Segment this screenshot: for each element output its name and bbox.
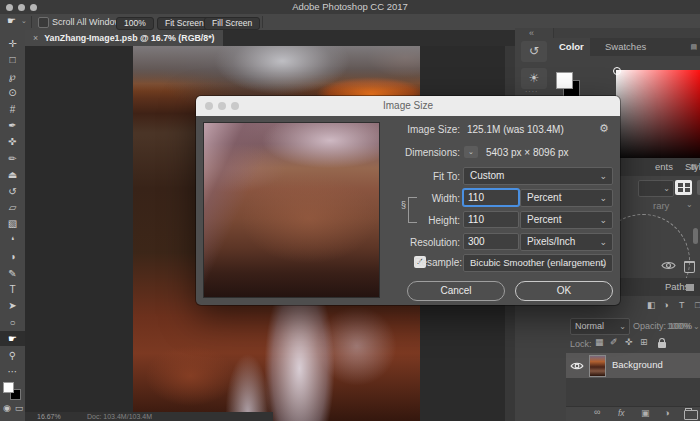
dimensions-chevron-icon[interactable]: ⌄ — [464, 146, 478, 158]
foreground-color-swatch[interactable] — [3, 382, 14, 393]
tool-dodge[interactable]: ◑ — [0, 249, 25, 264]
grid-view-icon[interactable] — [675, 180, 692, 195]
tool-crop[interactable]: # — [0, 102, 25, 117]
lock-option-icon-2[interactable]: ✜ — [625, 337, 633, 347]
layer-row-background[interactable]: Background — [566, 353, 700, 378]
collapse-panels-icon[interactable]: « — [529, 28, 534, 38]
chevron-down-icon[interactable]: ⌄ — [21, 17, 27, 25]
resolution-unit-value: Pixels/Inch — [527, 236, 575, 247]
library-dropdown-edge[interactable]: ⌄ — [638, 180, 674, 197]
adjustment-layer-icon[interactable]: ◑ — [664, 408, 669, 418]
lock-option-icon-3[interactable]: ⊞ — [640, 337, 648, 347]
resolution-unit-select[interactable]: Pixels/Inch ⌄ — [520, 233, 613, 251]
status-bar: 16.67% Doc: 103.4M/103.4M — [25, 412, 273, 421]
add-mask-icon[interactable]: ▣ — [641, 408, 650, 418]
image-size-dialog: Image Size Image Size: 125.1M (was 103.4… — [196, 96, 620, 305]
tool-gradient[interactable]: ▧ — [0, 216, 25, 231]
chevron-down-icon[interactable]: ⌄ — [693, 322, 700, 331]
status-doc-size[interactable]: Doc: 103.4M/103.4M — [87, 412, 152, 421]
tool-marquee[interactable]: □ — [0, 52, 25, 67]
fill-screen-button[interactable]: Fill Screen — [204, 17, 260, 30]
screen-mode-icon[interactable]: ▭ — [13, 402, 25, 414]
opacity-label: Opacity: — [633, 321, 666, 331]
new-group-icon[interactable] — [684, 410, 698, 420]
document-tab[interactable]: ×YanZhang-Image1.psb @ 16.7% (RGB/8*) — [25, 30, 223, 46]
dimensions-label: Dimensions: — [330, 147, 460, 158]
tool-hand[interactable]: ☛ — [0, 331, 25, 346]
tool-shape[interactable]: ○ — [0, 315, 25, 330]
opacity-field[interactable]: 100% — [667, 321, 690, 331]
tool-path-selection[interactable]: ➤ — [0, 298, 25, 313]
tool-more-tools[interactable]: ⋯ — [0, 364, 25, 379]
tool-zoom[interactable]: ⚲ — [0, 348, 25, 363]
delete-icon[interactable] — [684, 261, 695, 273]
lock-label: Lock: — [570, 339, 592, 349]
layer-visibility-eye-icon[interactable] — [570, 361, 584, 371]
width-label: Width: — [330, 193, 460, 204]
layer-filter-icon-3[interactable]: □ — [695, 300, 700, 310]
tool-move[interactable]: ✛ — [0, 36, 25, 51]
tab-swatches[interactable]: Swatches — [599, 38, 652, 56]
layer-filter-icon-2[interactable]: T — [679, 300, 685, 310]
height-label: Height: — [330, 215, 460, 226]
color-picker-ring[interactable] — [613, 67, 621, 75]
lock-option-icon-0[interactable]: ▦ — [595, 337, 604, 347]
tool-brush[interactable]: ✏ — [0, 151, 25, 166]
chevron-down-icon: ⌄ — [599, 168, 607, 184]
tool-eyedropper[interactable]: ✒ — [0, 118, 25, 133]
height-unit-select[interactable]: Percent ⌄ — [520, 211, 613, 229]
height-input[interactable]: 110 — [463, 211, 519, 228]
tool-pen[interactable]: ✎ — [0, 266, 25, 281]
tab-color[interactable]: Color — [553, 38, 590, 56]
tool-blur[interactable]: ❛ — [0, 233, 25, 248]
resample-select[interactable]: Bicubic Smoother (enlargement) ⌄ — [463, 254, 613, 272]
lock-option-icon-1[interactable]: ✐ — [610, 337, 618, 347]
chevron-down-icon[interactable]: ⌄ — [686, 200, 693, 209]
fit-to-label: Fit To: — [330, 171, 460, 182]
layers-bottom-bar: ∞ fx ▣ ◑ ⊞ — [566, 406, 700, 421]
close-tab-icon[interactable]: × — [33, 33, 38, 43]
zoom-100-button[interactable]: 100% — [116, 17, 154, 30]
tool-clone-stamp[interactable]: ⏏ — [0, 167, 25, 182]
height-unit-value: Percent — [527, 214, 561, 225]
width-unit-select[interactable]: Percent ⌄ — [520, 189, 613, 207]
blend-mode-select[interactable]: Normal ⌄ — [570, 318, 630, 335]
lock-all-icon[interactable] — [658, 342, 666, 348]
tool-type[interactable]: T — [0, 282, 25, 297]
blend-mode-value: Normal — [575, 321, 604, 331]
saturation-brightness-field[interactable] — [616, 70, 700, 162]
dialog-title-bar[interactable]: Image Size — [196, 96, 620, 116]
panel-menu-icon[interactable]: ▤ — [690, 163, 696, 171]
fit-to-select[interactable]: Custom ⌄ — [463, 167, 613, 185]
scroll-all-windows-checkbox[interactable] — [38, 17, 49, 28]
tool-history-brush[interactable]: ↺ — [0, 184, 25, 199]
chevron-down-icon: ⌄ — [599, 190, 607, 206]
quick-mask-icon[interactable]: ◉ — [1, 402, 13, 414]
layer-thumbnail[interactable] — [589, 355, 606, 377]
gear-icon[interactable]: ⚙ — [599, 122, 609, 135]
tool-eraser[interactable]: ▱ — [0, 200, 25, 215]
link-layers-icon[interactable]: ∞ — [594, 407, 600, 417]
tool-lasso[interactable]: ℘ — [0, 69, 25, 84]
chevron-down-icon: ⌄ — [599, 234, 607, 250]
image-size-label: Image Size: — [330, 124, 460, 135]
cancel-button[interactable]: Cancel — [407, 281, 505, 301]
status-zoom-level[interactable]: 16.67% — [37, 412, 61, 421]
panel-scrollbar-thumb[interactable] — [693, 228, 698, 244]
layer-effects-icon[interactable]: fx — [618, 408, 625, 418]
history-panel-icon[interactable]: ↺ — [521, 41, 547, 62]
adjustments-panel-icon[interactable]: ☀ — [521, 68, 547, 89]
panel-menu-icon[interactable]: ▤ — [690, 43, 696, 51]
panel-menu-icon[interactable] — [686, 284, 694, 291]
eye-icon[interactable] — [661, 260, 676, 271]
library-name-fragment[interactable]: rary — [653, 200, 669, 211]
ok-button[interactable]: OK — [515, 281, 613, 301]
tool-spot-healing[interactable]: ✜ — [0, 134, 25, 149]
layer-filter-icon-1[interactable]: ◑ — [663, 300, 668, 310]
resolution-input[interactable]: 300 — [463, 233, 519, 250]
tool-quick-selection[interactable]: ⊙ — [0, 85, 25, 100]
tab-adjustments-partial[interactable]: ents — [649, 158, 679, 176]
foreground-color-well[interactable] — [556, 72, 573, 89]
layer-filter-icon-0[interactable]: ◧ — [647, 300, 656, 310]
width-input[interactable]: 110 — [463, 189, 519, 206]
